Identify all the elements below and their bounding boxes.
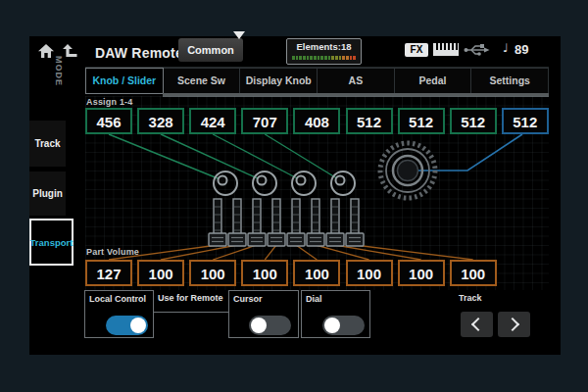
slider-7[interactable]	[326, 199, 344, 246]
tempo-note-icon: ♩	[503, 41, 509, 55]
fx-indicator-icon: FX	[405, 43, 428, 57]
assign-value-9[interactable]: 512	[502, 108, 549, 134]
local-control-label: Local Control	[89, 294, 146, 304]
keyboard-icon	[433, 43, 459, 56]
tempo-value: 89	[514, 42, 528, 57]
sidebar-item-plugin[interactable]: Plugin	[29, 172, 66, 216]
assign-value-8[interactable]: 512	[450, 108, 497, 134]
elements-meter-box[interactable]: Elements:18	[286, 38, 362, 65]
local-control-toggle[interactable]	[106, 316, 148, 335]
part-volume-value-5[interactable]: 100	[293, 260, 340, 286]
tab-settings[interactable]: Settings	[471, 68, 549, 94]
slider-1[interactable]	[209, 199, 226, 246]
home-icon[interactable]	[38, 44, 54, 58]
tab-display-knob[interactable]: Display Knob	[240, 68, 318, 94]
cursor-label: Cursor	[233, 294, 263, 304]
toggle-knob	[251, 318, 267, 333]
local-control-cell: Local Control	[84, 290, 154, 338]
track-next-button[interactable]	[498, 312, 530, 337]
part-volume-value-3[interactable]: 100	[189, 260, 236, 286]
slider-8[interactable]	[346, 199, 364, 246]
assign-value-6[interactable]: 512	[346, 108, 393, 134]
elements-label: Elements:18	[287, 41, 361, 52]
use-for-remote-label: Use for Remote	[158, 293, 223, 303]
part-volume-value-8[interactable]: 100	[450, 260, 497, 286]
page-title: DAW Remote	[95, 45, 183, 61]
cursor-cell: Cursor	[228, 290, 299, 338]
dial-cell: Dial	[301, 290, 370, 338]
exit-up-icon[interactable]	[63, 44, 77, 58]
slider-3[interactable]	[248, 199, 266, 246]
tab-scene-sw[interactable]: Scene Sw	[164, 68, 241, 94]
tab-knob-slider[interactable]: Knob / Slider	[85, 68, 164, 94]
dial-label: Dial	[306, 294, 322, 304]
chevron-left-icon	[471, 318, 485, 331]
sidebar-item-track[interactable]: Track	[29, 121, 66, 167]
assign-value-3[interactable]: 424	[189, 108, 236, 134]
part-select-button[interactable]: Common	[178, 38, 243, 62]
elements-level-meter	[292, 56, 356, 60]
sidebar-item-transport[interactable]: Transport	[29, 219, 74, 266]
tab-bar: Knob / SliderScene SwDisplay KnobASPedal…	[85, 67, 549, 94]
assign-value-1[interactable]: 456	[85, 108, 132, 134]
dial-toggle[interactable]	[322, 316, 365, 335]
dropdown-arrow-icon	[233, 31, 245, 39]
track-label: Track	[459, 293, 482, 303]
cursor-toggle[interactable]	[249, 316, 291, 335]
part-volume-value-7[interactable]: 100	[398, 260, 445, 286]
device-frame: DAW Remote Common Elements:18 FX ♩ 89 MO…	[0, 0, 588, 392]
part-volume-value-2[interactable]: 100	[137, 260, 184, 286]
part-volume-value-1[interactable]: 127	[85, 260, 132, 286]
tab-pedal[interactable]: Pedal	[395, 68, 472, 94]
part-volume-value-6[interactable]: 100	[346, 260, 393, 286]
part-volume-value-4[interactable]: 100	[241, 260, 288, 286]
track-prev-button[interactable]	[461, 312, 493, 337]
slider-5[interactable]	[287, 199, 305, 246]
toggle-knob	[130, 318, 146, 333]
assign-value-4[interactable]: 707	[241, 108, 288, 134]
chevron-right-icon	[506, 318, 519, 331]
usb-icon	[464, 43, 490, 57]
assign-value-7[interactable]: 512	[398, 108, 445, 134]
slider-2[interactable]	[228, 199, 246, 246]
slider-4[interactable]	[268, 199, 285, 246]
assign-value-2[interactable]: 328	[137, 108, 184, 134]
mode-label: MODE	[54, 56, 64, 81]
tab-as[interactable]: AS	[318, 68, 395, 94]
part-volume-label: Part Volume	[86, 247, 139, 257]
screen: DAW Remote Common Elements:18 FX ♩ 89 MO…	[29, 36, 561, 355]
slider-6[interactable]	[307, 199, 324, 246]
toggle-knob	[324, 318, 340, 333]
use-for-remote-divider	[154, 312, 228, 313]
assign-value-5[interactable]: 408	[293, 108, 340, 134]
